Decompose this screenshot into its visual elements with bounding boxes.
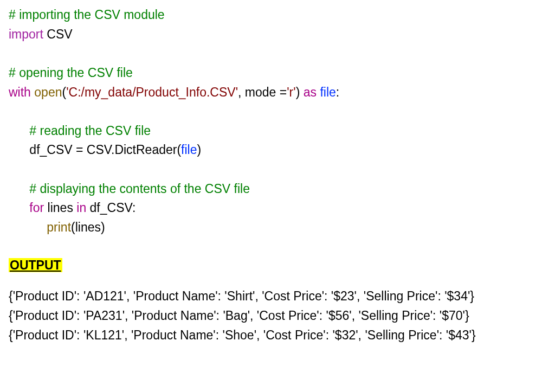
func-open: open	[34, 85, 62, 99]
code-snippet-page: # importing the CSV module import CSV # …	[0, 0, 555, 356]
indent2	[9, 220, 47, 234]
paren-close2: )	[197, 143, 202, 157]
indent	[9, 143, 29, 157]
indent	[9, 124, 29, 138]
spacer	[9, 275, 546, 287]
comment-import: # importing the CSV module	[9, 8, 165, 22]
mode-arg: , mode =	[238, 85, 287, 99]
loop-var: lines	[44, 201, 76, 215]
ident-file-arg: file	[181, 143, 197, 157]
keyword-with: with	[9, 85, 31, 99]
blank-line	[9, 162, 12, 176]
colon: :	[336, 85, 339, 99]
indent	[9, 201, 29, 215]
output-line-2: {'Product ID': 'PA231', 'Product Name': …	[9, 309, 469, 323]
output-line-3: {'Product ID': 'KL121', 'Product Name': …	[9, 328, 476, 342]
ident-file: file	[320, 85, 335, 99]
code-block: # importing the CSV module import CSV # …	[9, 5, 546, 237]
loop-iter: df_CSV:	[86, 201, 135, 215]
output-section: OUTPUT	[9, 256, 546, 275]
output-line-1: {'Product ID': 'AD121', 'Product Name': …	[9, 289, 474, 303]
blank-line	[9, 104, 12, 118]
module-name: CSV	[43, 27, 73, 41]
comment-read: # reading the CSV file	[29, 124, 151, 138]
output-label: OUTPUT	[9, 258, 62, 272]
print-arg: (lines)	[71, 220, 105, 234]
spacer	[9, 237, 546, 256]
func-print: print	[47, 220, 71, 234]
comment-open: # opening the CSV file	[9, 66, 133, 80]
output-block: {'Product ID': 'AD121', 'Product Name': …	[9, 287, 546, 345]
dictreader-call: df_CSV = CSV.DictReader(	[29, 143, 181, 157]
paren-close: )	[296, 85, 304, 99]
keyword-import: import	[9, 27, 43, 41]
keyword-as: as	[304, 85, 317, 99]
indent	[9, 182, 29, 196]
string-path: 'C:/my_data/Product_Info.CSV'	[66, 85, 238, 99]
keyword-for: for	[29, 201, 44, 215]
string-mode: 'r'	[287, 85, 295, 99]
comment-display: # displaying the contents of the CSV fil…	[29, 182, 250, 196]
paren-open: (	[62, 85, 66, 99]
blank-line	[9, 46, 12, 60]
keyword-in: in	[76, 201, 86, 215]
